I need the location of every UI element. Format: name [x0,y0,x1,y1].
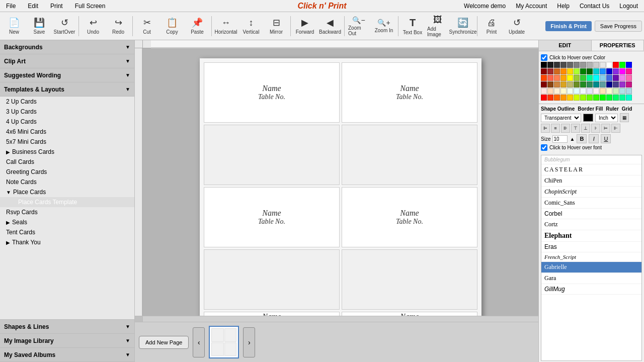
sidebar-item-place-cards-template[interactable]: Place Cards Template [0,197,134,207]
horizontal-button[interactable]: ↔ Horizontal [214,14,238,39]
font-item-castelar[interactable]: CASTELAR [541,164,641,175]
card-name-4-0[interactable]: Name [262,312,281,316]
color-cell[interactable] [606,75,612,81]
color-cell[interactable] [567,68,573,74]
color-cell[interactable] [587,75,593,81]
color-cell[interactable] [580,88,586,94]
card-cell-0-1[interactable]: Name Table No. [342,62,477,123]
color-cell[interactable] [593,95,599,101]
color-cell[interactable] [626,62,632,68]
card-cell-4-0[interactable]: Name Table No. [204,312,340,316]
cut-button[interactable]: ✂ Cut [135,14,159,39]
card-name-0-1[interactable]: Name [400,84,419,93]
forward-button[interactable]: ▶ Forward [293,14,317,39]
color-cell[interactable] [554,75,560,81]
sidebar-section-image-library[interactable]: My Image Library ▼ [0,334,134,348]
color-cell[interactable] [593,62,599,68]
grid-toggle-button[interactable]: ▦ [620,113,629,122]
card-cell-2-0[interactable]: Name Table No. [204,187,340,247]
color-cell[interactable] [541,75,547,81]
align-center-h-button[interactable]: ≡ [551,124,560,133]
transparent-select[interactable]: Transparent [541,114,581,122]
color-cell[interactable] [600,75,606,81]
card-name-4-1[interactable]: Name [400,312,419,316]
sidebar-item-thank-you[interactable]: ▶ Thank You [0,237,134,247]
vertical-button[interactable]: ↕ Vertical [239,14,263,39]
color-cell[interactable] [547,95,553,101]
color-cell[interactable] [587,62,593,68]
sidebar-section-wording[interactable]: Suggested Wording ▼ [0,68,134,82]
color-cell[interactable] [554,95,560,101]
color-cell[interactable] [593,81,599,87]
italic-button[interactable]: I [589,134,599,143]
color-cell[interactable] [613,95,619,101]
font-item-gabrielle[interactable]: Gabrielle [541,262,641,273]
color-cell[interactable] [593,75,599,81]
color-cell[interactable] [593,68,599,74]
logout-link[interactable]: Logout [617,2,640,11]
color-cell[interactable] [547,75,553,81]
color-cell[interactable] [619,75,625,81]
card-table-2-0[interactable]: Table No. [258,218,285,226]
sidebar-item-call-cards[interactable]: Call Cards [0,157,134,167]
color-cell[interactable] [600,68,606,74]
paste-button[interactable]: 📌 Paste [185,14,209,39]
zoom-out-button[interactable]: 🔍− Zoom Out [347,14,371,39]
sidebar-section-saved-albums[interactable]: My Saved Albums ▼ [0,348,134,362]
card-cell-3-1[interactable] [342,249,477,310]
sidebar-item-note-cards[interactable]: Note Cards [0,177,134,187]
tab-edit[interactable]: EDIT [539,40,592,51]
underline-button[interactable]: U [601,134,611,143]
color-cell[interactable] [574,75,580,81]
color-cell[interactable] [593,88,599,94]
color-cell[interactable] [541,88,547,94]
color-cell[interactable] [541,95,547,101]
card-table-2-1[interactable]: Table No. [396,218,423,226]
card-table-0-0[interactable]: Table No. [258,93,285,101]
redo-button[interactable]: ↪ Redo [106,14,130,39]
color-cell[interactable] [547,68,553,74]
color-cell[interactable] [619,68,625,74]
synchronize-button[interactable]: 🔄 Synchronize [451,14,475,39]
sidebar-item-4x6[interactable]: 4x6 Mini Cards [0,127,134,137]
color-cell[interactable] [567,81,573,87]
color-cell[interactable] [587,68,593,74]
scrollbar-track[interactable] [143,316,538,322]
menu-print[interactable]: Print [48,2,65,11]
font-item-eras[interactable]: Eras [541,242,641,252]
color-cell[interactable] [606,95,612,101]
my-account-link[interactable]: My Account [514,2,549,11]
color-cell[interactable] [554,62,560,68]
save-button[interactable]: 💾 Save [27,14,51,39]
color-cell[interactable] [613,68,619,74]
size-up-icon[interactable]: ▲ [570,136,575,142]
card-cell-1-0[interactable] [204,125,340,185]
color-cell[interactable] [541,81,547,87]
font-item-elephant[interactable]: Elephant [541,230,641,242]
card-cell-4-1[interactable]: Name Table No. [342,312,477,316]
color-cell[interactable] [567,75,573,81]
color-cell[interactable] [560,75,567,81]
color-cell[interactable] [567,88,573,94]
color-cell[interactable] [587,88,593,94]
color-cell[interactable] [554,81,560,87]
help-link[interactable]: Help [555,2,572,11]
prev-page-button[interactable]: ‹ [193,327,205,357]
color-cell[interactable] [626,95,632,101]
color-cell[interactable] [541,68,547,74]
color-cell[interactable] [580,81,586,87]
color-cell[interactable] [600,88,606,94]
card-cell-1-1[interactable] [342,125,477,185]
undo-button[interactable]: ↩ Undo [81,14,105,39]
color-cell[interactable] [619,81,625,87]
sidebar-section-clipart[interactable]: Clip Art ▼ [0,54,134,68]
color-cell[interactable] [567,95,573,101]
color-cell[interactable] [574,62,580,68]
card-cell-2-1[interactable]: Name Table No. [342,187,477,247]
color-cell[interactable] [580,68,586,74]
color-cell[interactable] [619,95,625,101]
sidebar-item-4up[interactable]: 4 Up Cards [0,117,134,127]
ruler-units-select[interactable]: Inch [595,114,618,122]
color-cell[interactable] [619,88,625,94]
color-cell[interactable] [574,88,580,94]
